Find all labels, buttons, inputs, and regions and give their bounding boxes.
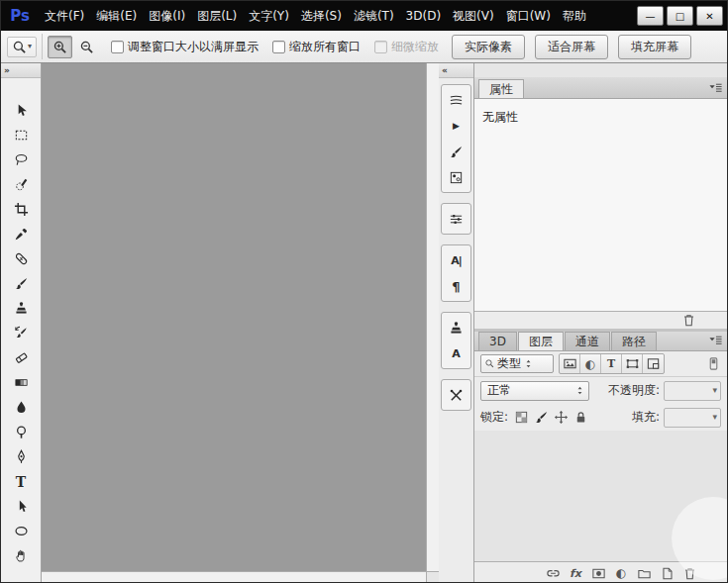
zoom-out-button[interactable] [74,36,99,58]
path-selection-tool[interactable] [1,494,41,519]
fill-dropdown[interactable]: ▾ [664,408,721,428]
canvas[interactable] [42,63,426,571]
lasso-tool[interactable] [1,147,41,172]
titlebar[interactable]: Ps 文件(F)编辑(E)图像(I)图层(L)文字(Y)选择(S)滤镜(T)3D… [1,1,727,31]
brush-presets-panel-button[interactable] [442,87,470,113]
filter-smart-objects-button[interactable] [643,354,664,373]
filter-pixel-layers-button[interactable] [560,354,580,373]
fill-screen-button[interactable]: 填充屏幕 [618,35,691,59]
tab-3d[interactable]: 3D [478,332,517,350]
fit-screen-button[interactable]: 适合屏幕 [535,35,608,59]
hand-tool[interactable] [1,543,41,568]
properties-content: 无属性 [474,99,728,311]
tool-presets-panel-button[interactable] [442,139,470,164]
dodge-tool[interactable] [1,420,41,444]
properties-panel-menu-icon[interactable] [708,80,723,95]
lock-position-button[interactable] [552,408,571,427]
new-group-button[interactable] [634,564,654,582]
link-layers-button[interactable] [543,564,563,582]
move-tool[interactable] [1,98,41,123]
history-brush-tool[interactable] [1,321,41,345]
menu-item[interactable]: 帮助 [557,1,592,31]
properties-tab-bar: 属性 [474,77,728,99]
tab-channels[interactable]: 通道 [565,332,610,350]
tab-paths[interactable]: 路径 [611,332,657,350]
menu-item[interactable]: 窗口(W) [500,1,557,31]
menu-item[interactable]: 文字(Y) [243,1,295,31]
menu-item[interactable]: 编辑(E) [90,1,143,31]
add-mask-button[interactable] [588,564,608,582]
eyedropper-tool[interactable] [1,222,41,246]
lasso-tool-icon [14,152,29,167]
styles-panel-button[interactable] [442,164,470,190]
maximize-button[interactable]: □ [667,6,693,26]
layers-filter-bar: 类型 ◐T [474,351,728,377]
filter-toggle-icon[interactable] [703,355,723,373]
clone-source-panel-icon [449,321,464,336]
tab-properties[interactable]: 属性 [478,79,524,98]
layers-panel-menu-icon[interactable] [708,333,723,347]
clone-stamp-tool[interactable] [1,296,41,321]
spot-healing-brush-tool[interactable] [1,246,41,271]
expand-dock-icon: » [4,65,9,75]
filter-smart-objects-icon [646,356,661,371]
paragraph-panel-button[interactable]: ¶ [442,273,470,299]
lock-pixels-button[interactable] [532,408,551,427]
menu-item[interactable]: 滤镜(T) [348,1,400,31]
minimize-button[interactable]: — [637,6,664,26]
scrubby-zoom-checkbox[interactable] [374,41,387,53]
character-styles-panel-button[interactable]: A [442,340,470,366]
ellipse-tool[interactable] [1,519,41,543]
pen-tool[interactable] [1,444,41,469]
actual-pixels-button[interactable]: 实际像素 [452,35,525,59]
photoshop-logo: Ps [1,7,39,25]
menu-item[interactable]: 图像(I) [143,1,191,31]
menu-item[interactable]: 3D(D) [400,1,447,31]
resize-windows-to-fit-checkbox[interactable] [111,41,124,53]
layers-list[interactable] [474,431,728,561]
rectangular-marquee-tool-icon [14,128,29,143]
adjustments-panel-button[interactable] [442,206,470,232]
blur-tool[interactable] [1,395,41,420]
horizontal-scrollbar[interactable] [42,571,426,583]
filter-shape-layers-button[interactable] [622,354,643,373]
zoom-in-button[interactable] [48,36,72,58]
type-tool[interactable]: T [1,469,41,494]
blend-mode-dropdown[interactable]: 正常 [480,381,589,401]
panel-dock-header[interactable]: « [439,63,473,78]
brush-tool[interactable] [1,271,41,296]
properties-trash-icon[interactable] [678,312,698,330]
character-panel-button[interactable]: A| [442,247,470,273]
lock-all-button[interactable] [572,408,590,427]
menu-item[interactable]: 视图(V) [447,1,500,31]
close-button[interactable]: ✕ [696,6,723,26]
filter-adjustment-layers-button[interactable]: ◐ [580,354,601,373]
utilities-panel-button[interactable] [442,382,470,408]
eraser-tool[interactable] [1,345,41,370]
menu-item[interactable]: 图层(L) [191,1,243,31]
filter-shape-layers-icon [625,356,640,371]
rectangular-marquee-tool[interactable] [1,123,41,147]
vertical-scrollbar[interactable] [426,63,439,571]
delete-layer-button[interactable] [679,564,699,582]
new-layer-button[interactable] [657,564,676,582]
opacity-dropdown[interactable]: ▾ [664,381,721,401]
new-adjustment-layer-button[interactable]: ◐ [611,564,631,582]
layer-style-button[interactable]: fx [566,564,585,582]
clone-source-panel-button[interactable] [442,315,470,340]
actions-panel-button[interactable]: ▶ [442,113,470,139]
tool-dock-header[interactable]: » [1,63,41,78]
gradient-tool[interactable] [1,370,41,395]
tab-layers[interactable]: 图层 [518,332,564,350]
menu-item[interactable]: 文件(F) [39,1,90,31]
tool-preset-picker[interactable]: ▾ [7,37,37,57]
zoom-all-windows-checkbox[interactable] [272,41,285,53]
crop-tool[interactable] [1,197,41,222]
quick-selection-tool[interactable] [1,172,41,197]
lock-transparency-button[interactable] [512,408,531,427]
character-styles-panel-icon: A [452,348,461,359]
delete-layer-icon [682,566,697,581]
filter-kind-dropdown[interactable]: 类型 [480,354,554,373]
filter-type-layers-button[interactable]: T [601,354,622,373]
menu-item[interactable]: 选择(S) [295,1,348,31]
